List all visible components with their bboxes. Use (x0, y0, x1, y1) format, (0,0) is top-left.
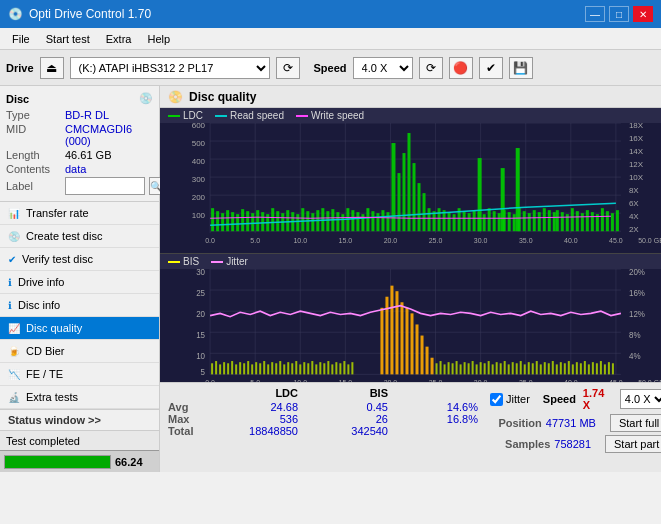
sidebar-item-create-test-disc[interactable]: 💿 Create test disc (0, 225, 159, 248)
burn-icon[interactable]: 🔴 (449, 57, 473, 79)
svg-rect-111 (548, 210, 551, 231)
svg-rect-180 (259, 364, 261, 375)
jitter-checkbox[interactable] (490, 393, 503, 406)
drive-refresh-icon[interactable]: ⟳ (276, 57, 300, 79)
svg-text:20: 20 (196, 309, 205, 319)
svg-rect-193 (426, 347, 429, 375)
menu-start-test[interactable]: Start test (38, 31, 98, 47)
svg-rect-192 (421, 336, 424, 375)
svg-rect-182 (267, 365, 269, 375)
svg-rect-214 (351, 362, 353, 374)
svg-rect-232 (504, 361, 506, 374)
menu-file[interactable]: File (4, 31, 38, 47)
svg-rect-251 (580, 364, 582, 375)
svg-rect-243 (548, 364, 550, 375)
sidebar-item-disc-quality[interactable]: 📈 Disc quality (0, 317, 159, 340)
svg-rect-107 (528, 213, 531, 231)
svg-rect-198 (287, 362, 289, 374)
svg-rect-95 (468, 213, 471, 231)
sidebar-item-extra-tests[interactable]: 🔬 Extra tests (0, 386, 159, 409)
svg-rect-169 (215, 361, 217, 374)
svg-rect-70 (341, 214, 344, 231)
svg-rect-116 (556, 210, 559, 231)
svg-rect-250 (576, 362, 578, 374)
svg-rect-82 (402, 153, 405, 231)
svg-rect-257 (604, 365, 606, 375)
sidebar-item-drive-info[interactable]: ℹ Drive info (0, 271, 159, 294)
disc-info-label: Disc info (18, 299, 60, 311)
app-title: Opti Drive Control 1.70 (29, 7, 151, 21)
start-part-button[interactable]: Start part (605, 435, 661, 453)
bottombar: 66.24 (0, 450, 159, 472)
svg-rect-186 (390, 286, 393, 375)
svg-text:10.0: 10.0 (293, 237, 307, 244)
svg-text:600: 600 (192, 123, 206, 130)
svg-text:30.0: 30.0 (474, 378, 488, 382)
chart-bottom-legend: BIS Jitter (160, 254, 661, 269)
speed-label: Speed (314, 62, 347, 74)
svg-text:5: 5 (201, 367, 206, 377)
progress-bar (5, 456, 110, 468)
speed-refresh-icon[interactable]: ⟳ (419, 57, 443, 79)
panel-header: 📀 Disc quality (160, 86, 661, 108)
maximize-button[interactable]: □ (609, 6, 629, 22)
svg-text:0.0: 0.0 (205, 237, 215, 244)
svg-rect-191 (416, 325, 419, 375)
max-label: Max (168, 413, 208, 425)
disc-info-icon: ℹ (8, 300, 12, 311)
sidebar-item-fe-te[interactable]: 📉 FE / TE (0, 363, 159, 386)
avg-bis: 0.45 (318, 401, 388, 413)
menubar: File Start test Extra Help (0, 28, 661, 50)
svg-rect-108 (533, 210, 536, 231)
sidebar-nav: 📊 Transfer rate 💿 Create test disc ✔ Ver… (0, 202, 159, 409)
svg-rect-87 (428, 208, 431, 231)
sidebar: Disc 💿 Type BD-R DL MID CMCMAGDI6 (000) … (0, 86, 160, 472)
svg-text:50.0 GB: 50.0 GB (638, 237, 661, 244)
svg-rect-50 (241, 209, 244, 231)
speed-stat-select[interactable]: 4.0 X (620, 389, 661, 409)
svg-rect-51 (246, 211, 249, 231)
svg-text:4X: 4X (629, 212, 639, 221)
svg-text:5.0: 5.0 (250, 237, 260, 244)
svg-rect-253 (588, 365, 590, 375)
menu-extra[interactable]: Extra (98, 31, 140, 47)
svg-rect-195 (275, 364, 277, 375)
svg-rect-100 (493, 211, 496, 231)
cd-bier-icon: 🍺 (8, 346, 20, 357)
save-icon[interactable]: 💾 (509, 57, 533, 79)
svg-rect-91 (448, 212, 451, 231)
svg-rect-84 (413, 163, 416, 231)
svg-rect-200 (295, 361, 297, 374)
sidebar-item-disc-info[interactable]: ℹ Disc info (0, 294, 159, 317)
svg-rect-252 (584, 361, 586, 374)
sidebar-item-transfer-rate[interactable]: 📊 Transfer rate (0, 202, 159, 225)
svg-text:45.0: 45.0 (609, 237, 623, 244)
svg-rect-236 (520, 361, 522, 374)
svg-rect-219 (452, 364, 454, 375)
drive-eject-icon[interactable]: ⏏ (40, 57, 64, 79)
svg-rect-196 (279, 361, 281, 374)
status-window-button[interactable]: Status window >> (0, 409, 159, 430)
menu-help[interactable]: Help (139, 31, 178, 47)
legend-write-speed: Write speed (296, 110, 364, 121)
drivebar: Drive ⏏ (K:) ATAPI iHBS312 2 PL17 ⟳ Spee… (0, 50, 661, 86)
svg-rect-187 (395, 291, 398, 374)
verify-icon[interactable]: ✔ (479, 57, 503, 79)
sidebar-item-cd-bier[interactable]: 🍺 CD Bier (0, 340, 159, 363)
svg-rect-52 (251, 213, 254, 231)
svg-rect-207 (323, 364, 325, 375)
speed-select[interactable]: 4.0 X (353, 57, 413, 79)
svg-text:18X: 18X (629, 123, 644, 130)
minimize-button[interactable]: — (585, 6, 605, 22)
svg-rect-175 (239, 362, 241, 374)
label-input[interactable] (65, 177, 145, 195)
stats-table: LDC BIS Avg 24.68 0.45 14.6% Max 536 26 … (160, 383, 486, 472)
svg-rect-204 (311, 361, 313, 374)
drive-select[interactable]: (K:) ATAPI iHBS312 2 PL17 (70, 57, 270, 79)
sidebar-item-verify-test-disc[interactable]: ✔ Verify test disc (0, 248, 159, 271)
svg-rect-212 (343, 361, 345, 374)
close-button[interactable]: ✕ (633, 6, 653, 22)
start-full-button[interactable]: Start full (610, 414, 661, 432)
svg-rect-216 (440, 361, 442, 374)
disc-info-section: Disc 💿 Type BD-R DL MID CMCMAGDI6 (000) … (0, 86, 159, 202)
